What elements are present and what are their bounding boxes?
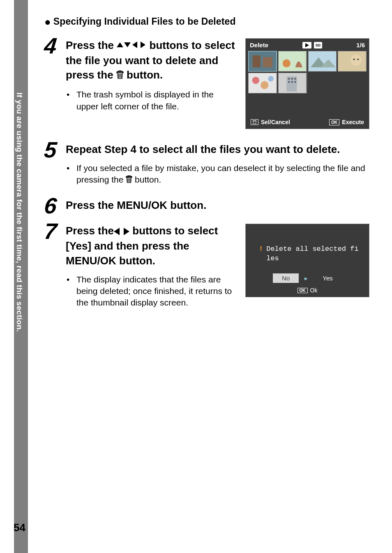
confirm-ok-label: Ok [310, 287, 318, 294]
svg-rect-25 [288, 78, 290, 80]
confirm-dialog: ! Delete all selected fi les No ▸ Yes OK… [245, 224, 369, 297]
svg-marker-33 [114, 228, 120, 235]
svg-rect-32 [253, 120, 256, 121]
svg-point-21 [261, 81, 268, 89]
step-number: 7 [43, 221, 61, 241]
page-number: 54 [14, 521, 25, 534]
step-5-bullet-a: If you selected a file by mistake, you c… [76, 163, 365, 184]
step-4-title: Press the buttons to select the file you… [66, 38, 235, 83]
step-number: 5 [43, 140, 61, 160]
trash-key-icon [251, 119, 258, 125]
subheading: ●Specifying Individual Files to be Delet… [44, 16, 369, 28]
confirm-ok-row: OK Ok [246, 285, 369, 297]
svg-rect-30 [294, 81, 296, 83]
svg-marker-1 [124, 42, 131, 47]
svg-marker-4 [305, 43, 309, 47]
step-4: 4 Press the buttons to select the file y… [44, 36, 369, 129]
option-yes: Yes [314, 273, 341, 283]
selector-arrow-icon: ▸ [304, 275, 308, 282]
step-5-title: Repeat Step 4 to select all the files yo… [66, 142, 369, 157]
step-4-bullet-text: The trash symbol is displayed in the upp… [76, 89, 235, 112]
camera-empty-area [246, 93, 369, 116]
camera-title: Delete [250, 42, 268, 49]
leftright-icon [114, 224, 129, 239]
step-number: 6 [43, 196, 61, 216]
svg-rect-9 [263, 57, 272, 67]
svg-rect-28 [288, 81, 290, 83]
step-7: 7 Press the buttons to select [Yes] and … [44, 221, 369, 308]
svg-point-16 [350, 55, 362, 66]
option-no: No [273, 273, 299, 283]
step-5-bullet: • If you selected a file by mistake, you… [66, 162, 369, 187]
svg-point-20 [252, 77, 259, 84]
ok-key-icon: OK [297, 288, 308, 293]
svg-rect-10 [279, 51, 307, 71]
confirm-options: No ▸ Yes [246, 272, 369, 285]
step-6-title: Press the MENU/OK button. [66, 198, 369, 213]
thumbnail-3 [308, 51, 337, 72]
step-6: 6 Press the MENU/OK button. [44, 196, 369, 216]
thumbnail-6 [278, 73, 307, 93]
step-number: 4 [43, 36, 61, 56]
step-7-title: Press the buttons to select [Yes] and th… [66, 224, 235, 268]
svg-marker-2 [132, 42, 137, 48]
svg-marker-0 [117, 42, 123, 47]
svg-rect-31 [253, 121, 256, 124]
svg-rect-29 [291, 81, 293, 83]
side-label: If you are using the camera for the firs… [15, 93, 24, 332]
footer-left-label: Sel/Cancel [261, 119, 290, 125]
svg-point-11 [282, 59, 290, 67]
subheading-text: Specifying Individual Files to be Delete… [53, 16, 236, 27]
thumbnail-1 [248, 51, 277, 72]
play-icon [302, 42, 311, 49]
bullet-dot: • [67, 274, 71, 309]
step-5-bullet-b: button. [132, 175, 161, 184]
svg-rect-26 [291, 78, 293, 80]
step-7-text-a: Press the [66, 224, 114, 237]
trash-icon [116, 69, 124, 83]
confirm-message: ! Delete all selected fi les [246, 236, 369, 272]
content: ●Specifying Individual Files to be Delet… [44, 16, 369, 309]
svg-point-18 [357, 58, 359, 60]
bullet-dot: • [67, 89, 71, 112]
step-7-bullet: • The display indicates that the files a… [66, 274, 235, 309]
svg-marker-3 [141, 42, 145, 48]
dpad-icon [117, 39, 146, 53]
step-4-text-c: button. [124, 69, 163, 81]
side-label-wrap: If you are using the camera for the firs… [15, 93, 27, 463]
camera-header: Delete SD 1/6 [246, 39, 369, 51]
thumbnail-5 [248, 73, 277, 93]
ok-key-icon: OK [329, 119, 339, 125]
step-4-text-a: Press the [66, 39, 117, 51]
svg-rect-12 [309, 51, 337, 71]
camera-counter: 1/6 [356, 42, 365, 49]
thumbnail-2 [278, 51, 307, 72]
step-7-bullet-text: The display indicates that the files are… [76, 274, 235, 309]
camera-footer: Sel/Cancel OK Execute [246, 116, 369, 129]
svg-point-22 [268, 76, 274, 82]
sd-icon: SD [314, 42, 322, 49]
step-4-bullet: • The trash symbol is displayed in the u… [66, 89, 235, 112]
warning-icon: ! [259, 245, 263, 264]
bullet-dot: • [67, 162, 71, 187]
svg-rect-27 [294, 78, 296, 80]
thumbnail-4 [338, 51, 367, 72]
trash-icon [126, 175, 132, 186]
svg-rect-8 [253, 56, 261, 67]
camera-delete-screen: Delete SD 1/6 [245, 38, 369, 129]
confirm-line-2: les [266, 255, 279, 262]
svg-marker-34 [124, 228, 129, 235]
thumbnail-grid [246, 51, 369, 93]
footer-right-label: Execute [342, 119, 364, 125]
confirm-line-1: Delete all selected fi [266, 245, 358, 253]
step-5-bullet-text: If you selected a file by mistake, you c… [76, 162, 369, 187]
bullet-icon: ● [44, 16, 51, 28]
svg-point-17 [353, 58, 355, 60]
step-5: 5 Repeat Step 4 to select all the files … [44, 140, 369, 187]
